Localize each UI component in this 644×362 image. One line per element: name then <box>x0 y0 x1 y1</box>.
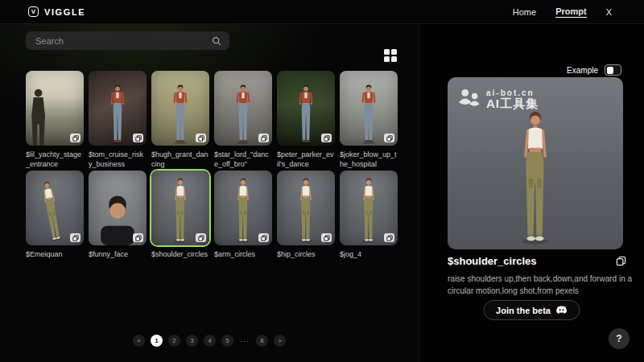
grid-item-label: $tom_cruise_risky_business <box>89 146 147 171</box>
toggle-knob-icon <box>607 67 613 74</box>
preview-title: $shoulder_circles <box>448 255 537 267</box>
preview-title-row: $shoulder_circles <box>448 255 626 267</box>
nav-item-x[interactable]: X <box>606 7 612 17</box>
grid-item[interactable]: $arm_circles <box>214 171 272 270</box>
search-icon[interactable] <box>212 36 221 46</box>
template-badge-icon <box>258 134 269 142</box>
pagination-next-button[interactable]: > <box>274 335 286 347</box>
grid-item[interactable]: $hip_circles <box>277 171 335 270</box>
grid-item-thumbnail <box>340 71 398 146</box>
preview-panel: Example ai-bot.cn AI工具集 $shoulder_circle… <box>419 24 644 362</box>
grid-item-thumbnail <box>214 71 272 146</box>
template-badge-icon <box>321 233 332 242</box>
template-badge-icon <box>133 134 143 142</box>
nav-item-prompt[interactable]: Prompt <box>555 6 587 18</box>
pagination-page-3[interactable]: 3 <box>186 335 198 347</box>
pagination-page-1[interactable]: 1 <box>151 335 163 347</box>
copy-icon[interactable] <box>616 256 626 266</box>
pagination-page-5[interactable]: 5 <box>221 335 233 347</box>
viggle-logo[interactable]: V VIGGLE <box>28 6 85 17</box>
grid-item-label: $hugh_grant_dancing <box>151 146 209 171</box>
grid-item-thumbnail <box>26 71 84 146</box>
grid-item-thumbnail <box>89 71 147 146</box>
grid-item[interactable]: $Emeiquan <box>26 171 84 270</box>
template-badge-icon <box>321 134 332 142</box>
grid-item-label: $funny_face <box>89 245 147 270</box>
preview-description: raise shoulders up,then back,down,and fo… <box>448 273 633 297</box>
pagination-page-4[interactable]: 4 <box>204 335 216 347</box>
discord-icon <box>556 306 568 315</box>
example-toggle[interactable] <box>605 64 621 76</box>
template-badge-icon <box>196 233 206 242</box>
top-nav: HomePromptX <box>513 6 612 18</box>
preview-card: ai-bot.cn AI工具集 <box>448 77 623 249</box>
grid-item-label: $Emeiquan <box>26 245 84 270</box>
pagination: <12345···8> <box>0 335 419 347</box>
grid-item-thumbnail <box>277 171 335 245</box>
join-beta-label: Join the beta <box>496 306 551 315</box>
nav-item-home[interactable]: Home <box>513 7 536 17</box>
example-row: Example <box>567 64 621 76</box>
grid-item-thumbnail <box>26 171 84 245</box>
grid-item-label: $star_lord_"dance_off_bro" <box>214 146 272 171</box>
template-badge-icon <box>70 134 80 142</box>
template-badge-icon <box>258 233 269 242</box>
template-badge-icon <box>133 233 143 242</box>
grid-item[interactable]: $star_lord_"dance_off_bro" <box>214 71 272 171</box>
template-badge-icon <box>384 134 394 142</box>
grid-item[interactable]: $tom_cruise_risky_business <box>89 71 147 171</box>
grid-item-thumbnail <box>151 71 209 146</box>
grid-item-label: $hip_circles <box>277 245 335 270</box>
grid-item-label: $lil_yachty_stage_entrance <box>26 146 84 171</box>
top-bar: V VIGGLE HomePromptX <box>0 0 644 24</box>
example-label: Example <box>567 66 598 75</box>
grid-item-label: $shoulder_circles <box>151 245 209 270</box>
pagination-page-8[interactable]: 8 <box>256 335 268 347</box>
template-badge-icon <box>384 233 394 242</box>
grid-item-label: $arm_circles <box>214 245 272 270</box>
grid-item-thumbnail <box>89 171 147 245</box>
pagination-page-2[interactable]: 2 <box>168 335 180 347</box>
search-bar[interactable] <box>26 31 229 50</box>
brand-name: VIGGLE <box>44 7 85 17</box>
grid-item-label: $jog_4 <box>340 245 398 270</box>
search-input[interactable] <box>34 35 212 47</box>
pagination-prev-button[interactable]: < <box>133 335 145 347</box>
template-badge-icon <box>196 134 206 142</box>
grid-item-label: $peter_parker_evil's_dance <box>277 146 335 171</box>
grid-item[interactable]: $funny_face <box>89 171 147 270</box>
grid-item-thumbnail <box>277 71 335 146</box>
grid-item-thumbnail <box>214 171 272 245</box>
grid-item[interactable]: $shoulder_circles <box>151 171 209 270</box>
ai-bot-logo-icon <box>458 88 480 111</box>
grid-item[interactable]: $joker_blow_up_the_hospital <box>340 71 398 171</box>
pagination-ellipsis: ··· <box>239 337 250 345</box>
help-button[interactable]: ? <box>609 328 630 349</box>
grid-item[interactable]: $hugh_grant_dancing <box>151 71 209 171</box>
grid-item[interactable]: $jog_4 <box>340 171 398 270</box>
viggle-logo-icon: V <box>28 6 39 17</box>
grid-item-thumbnail <box>151 171 209 245</box>
grid-item[interactable]: $peter_parker_evil's_dance <box>277 71 335 171</box>
template-badge-icon <box>70 233 80 242</box>
grid-view-icon[interactable] <box>384 49 397 62</box>
grid-item-label: $joker_blow_up_the_hospital <box>340 146 398 171</box>
join-beta-button[interactable]: Join the beta <box>483 300 580 320</box>
grid-item[interactable]: $lil_yachty_stage_entrance <box>26 71 84 171</box>
library-panel: $lil_yachty_stage_entrance $tom_cruise_r… <box>0 24 419 362</box>
grid-item-thumbnail <box>340 171 398 245</box>
template-grid: $lil_yachty_stage_entrance $tom_cruise_r… <box>26 71 398 270</box>
